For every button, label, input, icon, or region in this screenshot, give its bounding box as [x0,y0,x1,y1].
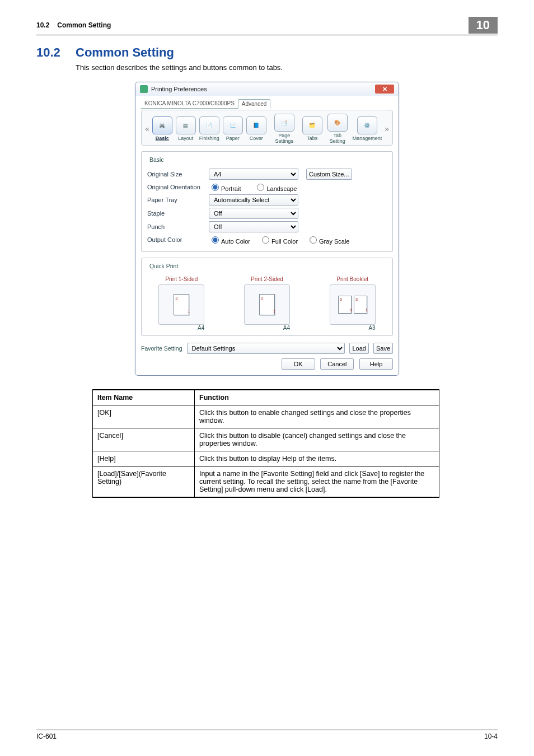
nav-page-settings-icon[interactable]: 📑 [274,114,294,132]
help-button[interactable]: Help [359,358,393,370]
table-header-function: Function [195,390,439,405]
staple-label: Staple [147,210,209,217]
quick-print-1sided[interactable]: Print 1-Sided 21 A4 [158,276,204,331]
header-section-title: Common Setting [57,21,468,29]
output-color-label: Output Color [147,236,209,243]
orientation-landscape[interactable]: Landscape [254,182,297,192]
original-size-select[interactable]: A4 [209,169,298,180]
driver-model-tab[interactable]: KONICA MINOLTA C7000/C6000PS [141,99,238,109]
printing-preferences-window: Printing Preferences ✕ KONICA MINOLTA C7… [135,82,399,376]
table-header-item: Item Name [93,390,195,405]
advanced-tab[interactable]: Advanced [238,99,270,109]
load-button[interactable]: Load [349,343,368,354]
nav-paper[interactable]: Paper [226,136,240,141]
nav-tabs-icon[interactable]: 🗂️ [302,116,322,134]
nav-finishing-icon[interactable]: 📄 [199,116,219,134]
table-row: [Load]/[Save](Favorite Setting)Input a n… [93,466,439,498]
heading-number: 10.2 [36,45,76,60]
staple-select[interactable]: Off [209,208,298,219]
orientation-portrait[interactable]: Portrait [209,182,241,192]
footer-right: 10-4 [484,732,498,740]
punch-label: Punch [147,223,209,230]
basic-group-title: Basic [147,156,166,163]
printer-icon [140,85,148,93]
nav-page-settings[interactable]: Page Settings [275,133,294,144]
ok-button[interactable]: OK [282,358,315,370]
orientation-label: Original Orientation [147,184,209,190]
nav-prev[interactable]: « [144,124,151,133]
table-row: [Help]Click this button to display Help … [93,451,439,466]
quick-print-group-title: Quick Print [147,263,180,269]
nav-management[interactable]: Management [353,136,382,141]
favorite-setting-label: Favorite Setting [141,345,182,352]
close-button[interactable]: ✕ [375,85,394,94]
quick-print-2sided[interactable]: Print 2-Sided 21 A4 [244,276,290,331]
paper-tray-label: Paper Tray [147,197,209,203]
header-section-number: 10.2 [36,21,49,29]
table-row: [OK]Click this button to enable changed … [93,405,439,428]
nav-cover-icon[interactable]: 📘 [246,116,266,134]
cancel-button[interactable]: Cancel [320,358,354,370]
paper-tray-select[interactable]: Automatically Select [209,194,298,206]
favorite-setting-select[interactable]: Default Settings [187,343,345,354]
footer-left: IC-601 [36,732,484,740]
output-color-auto[interactable]: Auto Color [209,235,250,245]
original-size-label: Original Size [147,171,209,178]
nav-layout-icon[interactable]: ▤ [176,116,196,134]
nav-management-icon[interactable]: ⚙️ [357,116,377,134]
nav-tabs[interactable]: Tabs [307,136,317,141]
heading-title: Common Setting [76,45,174,60]
nav-next[interactable]: » [383,124,390,133]
output-color-gray[interactable]: Gray Scale [307,235,349,245]
item-function-table: Item Name Function [OK]Click this button… [92,389,439,498]
punch-select[interactable]: Off [209,221,298,232]
nav-tab-setting[interactable]: Tab Setting [330,133,345,144]
nav-cover[interactable]: Cover [250,136,263,141]
nav-finishing[interactable]: Finishing [199,136,219,141]
save-button[interactable]: Save [373,343,393,354]
output-color-full[interactable]: Full Color [259,235,298,245]
nav-basic[interactable]: Basic [156,136,169,141]
window-title: Printing Preferences [151,86,207,92]
nav-tab-setting-icon[interactable]: 🎨 [327,114,348,132]
custom-size-button[interactable]: Custom Size... [306,169,352,180]
nav-basic-icon[interactable]: 🖨️ [152,116,172,134]
intro-paragraph: This section describes the settings and … [76,63,498,72]
table-row: [Cancel]Click this button to disable (ca… [93,428,439,451]
nav-layout[interactable]: Layout [178,136,193,141]
quick-print-booklet[interactable]: Print Booklet 68 31 A3 [330,276,376,331]
nav-paper-icon[interactable]: 📃 [223,116,243,134]
header-chapter-number: 10 [469,17,498,34]
